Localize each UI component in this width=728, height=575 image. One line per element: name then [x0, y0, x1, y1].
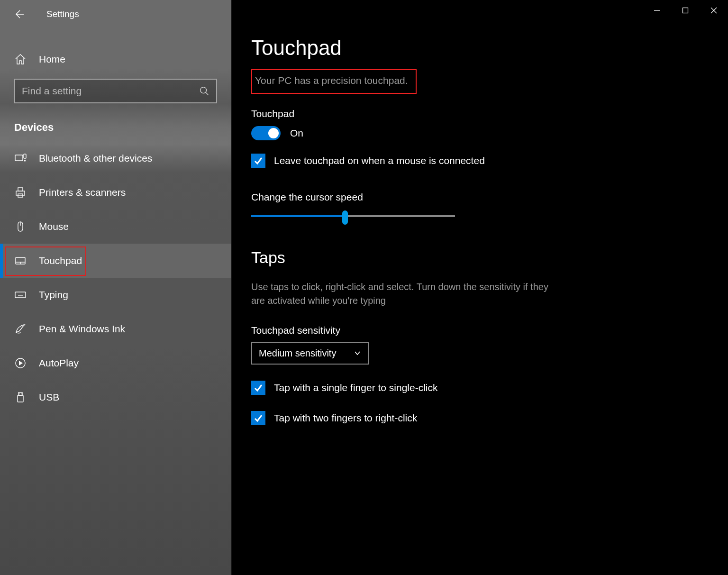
svg-marker-19: [19, 361, 23, 365]
svg-rect-4: [16, 191, 25, 195]
close-button[interactable]: [700, 0, 728, 21]
sensitivity-label: Touchpad sensitivity: [251, 325, 709, 336]
touchpad-toggle-label: Touchpad: [251, 108, 709, 119]
svg-rect-2: [24, 154, 26, 158]
svg-rect-25: [683, 8, 688, 13]
cursor-speed-slider[interactable]: [251, 207, 455, 226]
search-input[interactable]: [22, 85, 199, 97]
sidebar-item-mouse[interactable]: Mouse: [0, 210, 231, 244]
sensitivity-dropdown[interactable]: Medium sensitivity: [251, 342, 369, 365]
maximize-button[interactable]: [671, 0, 700, 21]
taps-description: Use taps to click, right-click and selec…: [251, 280, 555, 308]
svg-rect-20: [18, 392, 22, 395]
sensitivity-value: Medium sensitivity: [259, 348, 336, 359]
keyboard-icon: [14, 289, 27, 301]
svg-rect-1: [15, 155, 23, 161]
leave-on-label: Leave touchpad on when a mouse is connec…: [274, 155, 485, 166]
touchpad-toggle-state: On: [290, 128, 303, 139]
precision-touchpad-text: Your PC has a precision touchpad.: [255, 75, 408, 86]
precision-touchpad-callout: Your PC has a precision touchpad.: [251, 69, 417, 94]
svg-point-0: [200, 87, 207, 93]
autoplay-icon: [14, 357, 27, 369]
sidebar-category: Devices: [0, 110, 231, 141]
sidebar-item-usb[interactable]: USB: [0, 380, 231, 414]
sidebar-item-touchpad[interactable]: Touchpad: [0, 244, 231, 278]
pen-icon: [14, 323, 27, 335]
sidebar-home-label: Home: [39, 54, 65, 65]
search-icon: [199, 86, 209, 96]
sidebar-item-label: USB: [39, 392, 59, 403]
taps-heading: Taps: [251, 248, 709, 267]
usb-icon: [14, 391, 27, 403]
cursor-speed-label: Change the cursor speed: [251, 192, 709, 203]
svg-rect-12: [15, 292, 26, 298]
sidebar-item-pen[interactable]: Pen & Windows Ink: [0, 312, 231, 346]
sidebar-item-label: Printers & scanners: [39, 187, 126, 198]
leave-on-checkbox[interactable]: [251, 154, 265, 168]
minimize-button[interactable]: [643, 0, 671, 21]
sidebar-item-autoplay[interactable]: AutoPlay: [0, 346, 231, 380]
tap-single-label: Tap with a single finger to single-click: [274, 382, 438, 393]
sidebar-home[interactable]: Home: [0, 43, 231, 76]
sidebar-item-label: Bluetooth & other devices: [39, 153, 152, 164]
settings-search[interactable]: [14, 79, 217, 103]
tap-single-checkbox[interactable]: [251, 381, 265, 395]
main-panel: Touchpad Your PC has a precision touchpa…: [232, 0, 728, 575]
sidebar-item-typing[interactable]: Typing: [0, 278, 231, 312]
svg-rect-21: [18, 395, 23, 402]
printer-icon: [14, 186, 27, 199]
window-title: Settings: [46, 9, 79, 19]
touchpad-icon: [14, 255, 27, 267]
sidebar-item-label: Mouse: [39, 221, 69, 232]
settings-sidebar: Settings Home Devices Bluetooth & other …: [0, 0, 232, 575]
tap-two-label: Tap with two fingers to right-click: [274, 412, 417, 424]
sidebar-item-printers[interactable]: Printers & scanners: [0, 175, 231, 210]
sidebar-item-label: Touchpad: [39, 255, 82, 266]
chevron-down-icon: [354, 349, 361, 357]
touchpad-toggle[interactable]: [251, 126, 281, 140]
back-icon[interactable]: [13, 9, 25, 20]
sidebar-item-label: AutoPlay: [39, 357, 79, 369]
svg-rect-5: [18, 188, 23, 191]
page-title: Touchpad: [251, 0, 709, 60]
sidebar-item-label: Typing: [39, 289, 68, 301]
sidebar-item-bluetooth[interactable]: Bluetooth & other devices: [0, 141, 231, 175]
svg-point-3: [25, 160, 26, 161]
tap-two-checkbox[interactable]: [251, 411, 265, 425]
bt-devices-icon: [14, 152, 27, 164]
window-controls: [643, 0, 728, 21]
mouse-icon: [14, 220, 27, 233]
titlebar: Settings: [0, 0, 231, 28]
home-icon: [14, 53, 27, 65]
sidebar-item-label: Pen & Windows Ink: [39, 323, 125, 335]
